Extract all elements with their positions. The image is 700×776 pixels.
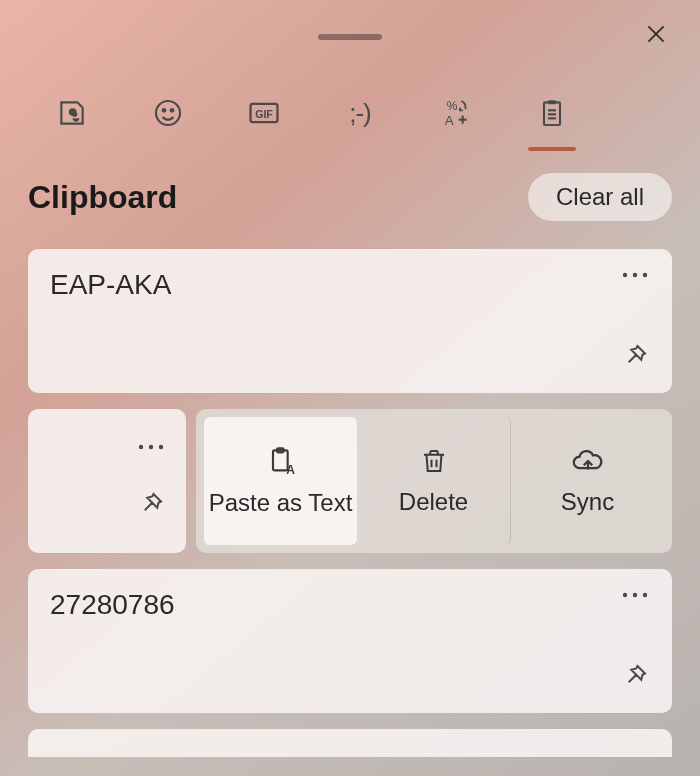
pin-icon [136, 489, 166, 519]
tab-symbols[interactable]: % A [432, 89, 480, 137]
page-title: Clipboard [28, 179, 177, 216]
item-pin-button[interactable] [620, 661, 650, 695]
gif-icon: GIF [247, 96, 281, 130]
svg-point-16 [623, 273, 627, 277]
svg-point-28 [623, 593, 627, 597]
sticker-icon [56, 97, 88, 129]
svg-text:A: A [286, 463, 295, 477]
pin-icon [620, 661, 650, 691]
drag-handle[interactable] [318, 34, 382, 40]
svg-point-2 [156, 101, 180, 125]
svg-point-3 [163, 109, 166, 112]
svg-point-18 [643, 273, 647, 277]
svg-rect-12 [548, 100, 556, 104]
pin-icon [620, 341, 650, 371]
item-pin-button[interactable] [620, 341, 650, 375]
paste-as-text-button[interactable]: A Paste as Text [204, 417, 357, 545]
symbols-icon: % A [440, 97, 472, 129]
svg-point-29 [633, 593, 637, 597]
more-icon [620, 589, 650, 601]
tab-kaomoji[interactable]: ;-) [336, 89, 384, 137]
close-icon [643, 21, 669, 47]
kaomoji-icon: ;-) [349, 98, 371, 129]
clipboard-item[interactable]: 27280786 [28, 569, 672, 713]
more-icon [136, 441, 166, 453]
clipboard-item-collapsed[interactable] [28, 409, 186, 553]
clipboard-icon [536, 97, 568, 129]
item-more-button[interactable] [620, 267, 650, 285]
tab-stickers[interactable] [48, 89, 96, 137]
delete-button[interactable]: Delete [357, 417, 511, 545]
paste-text-icon: A [265, 445, 297, 477]
trash-icon [419, 446, 449, 476]
item-more-button[interactable] [620, 587, 650, 605]
svg-point-21 [159, 445, 163, 449]
emoji-icon [152, 97, 184, 129]
svg-text:GIF: GIF [255, 108, 273, 120]
sync-button[interactable]: Sync [511, 417, 664, 545]
action-label: Paste as Text [209, 489, 353, 517]
svg-point-19 [139, 445, 143, 449]
svg-text:%: % [447, 99, 458, 113]
category-tabs: GIF ;-) % A [0, 73, 700, 153]
tab-clipboard[interactable] [528, 89, 576, 137]
svg-point-17 [633, 273, 637, 277]
action-label: Delete [399, 488, 468, 516]
item-more-button[interactable] [136, 439, 166, 457]
tab-emoji[interactable] [144, 89, 192, 137]
svg-point-20 [149, 445, 153, 449]
clipboard-item[interactable]: EAP-AKA [28, 249, 672, 393]
clipboard-item-text: 27280786 [50, 589, 650, 621]
clipboard-item-text: EAP-AKA [50, 269, 650, 301]
close-button[interactable] [640, 18, 672, 50]
more-icon [620, 269, 650, 281]
panel-header [0, 0, 700, 73]
action-label: Sync [561, 488, 614, 516]
svg-text:A: A [445, 113, 454, 128]
svg-point-30 [643, 593, 647, 597]
cloud-sync-icon [571, 446, 605, 476]
tab-gif[interactable]: GIF [240, 89, 288, 137]
item-action-bar: A Paste as Text Delete [196, 409, 672, 553]
clear-all-button[interactable]: Clear all [528, 173, 672, 221]
svg-point-4 [171, 109, 174, 112]
item-pin-button[interactable] [136, 489, 166, 523]
clipboard-item-partial[interactable] [28, 729, 672, 757]
